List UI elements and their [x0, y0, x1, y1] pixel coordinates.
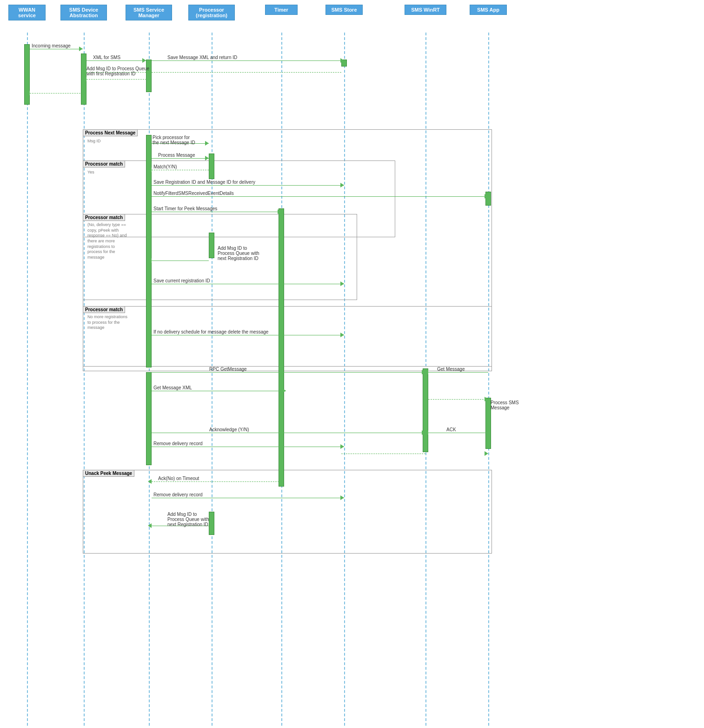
arrowhead-if-no-delivery — [340, 333, 344, 337]
label-acknowledge: Acknowledge (Y/N) — [209, 427, 249, 432]
label-match: Match(Y/N) — [153, 164, 177, 169]
arrow-if-no-delivery — [152, 335, 344, 335]
activation-wwan-1 — [24, 44, 30, 105]
actor-timer: Timer — [265, 5, 298, 15]
arrowhead-ack — [425, 430, 428, 435]
label-start-timer: Start Timer for Peek Messages — [153, 206, 217, 211]
arrowhead-winrt-return — [485, 451, 488, 456]
arrow-add-next-reg — [152, 260, 209, 261]
arrow-acknowledge — [152, 433, 425, 433]
actor-sms-service: SMS Service Manager — [126, 5, 172, 20]
lifeline-wwan — [27, 33, 28, 726]
frame-sublabel-no: (No, delivery type == copy, pPeek with r… — [87, 222, 127, 260]
arrow-get-msg-xml — [152, 391, 286, 391]
frame-sublabel-process-next: Msg ID — [87, 139, 101, 143]
activation-sms-service-3 — [146, 372, 152, 465]
arrowhead-get-msg-xml — [282, 388, 286, 393]
arrow-start-timer — [152, 212, 281, 212]
activation-timer-1 — [279, 208, 284, 487]
frame-label-unack: Unack Peek Message — [83, 470, 134, 477]
frame-label-process-next: Process Next Message — [83, 129, 138, 136]
actor-sms-device: SMS Device Abstraction — [60, 5, 107, 20]
arrow-save-reg-id — [152, 185, 344, 186]
arrow-process-msg — [152, 158, 209, 159]
activation-processor-2 — [209, 233, 214, 258]
arrowhead-start-timer — [278, 209, 281, 214]
frame-unack-peek — [83, 470, 492, 554]
arrow-save-msg-xml — [152, 60, 344, 61]
arrow-remove-delivery-2 — [152, 498, 344, 498]
arrow-save-current-reg — [152, 284, 344, 284]
label-xml-sms: XML for SMS — [93, 55, 120, 60]
label-add-msgid: Add Msg ID to Process Queue with first R… — [86, 66, 149, 76]
arrowhead-remove-delivery-2 — [340, 495, 344, 500]
label-ack-timeout: Ack(No) on Timeout — [158, 476, 199, 481]
label-add-next-reg: Add Msg ID to Process Queue with next Re… — [218, 246, 259, 261]
activation-processor-1 — [209, 154, 214, 179]
arrowhead-get-message — [425, 370, 428, 374]
actor-processor: Processor (registration) — [188, 5, 235, 20]
frame-sublabel-nomore: No more registrations to process for the… — [87, 314, 127, 331]
label-process-msg: Process Message — [158, 153, 195, 158]
activation-processor-3 — [209, 512, 214, 535]
arrowhead-return-id — [83, 70, 86, 74]
arrow-incoming-msg — [30, 49, 83, 49]
arrowhead-save-current-reg — [340, 281, 344, 286]
arrowhead-timer-return — [485, 397, 488, 401]
arrow-winrt-return — [341, 454, 425, 454]
arrowhead-remove-delivery — [340, 444, 344, 449]
arrow-ack-timeout — [152, 481, 281, 482]
arrowhead-return-wwan — [26, 91, 30, 95]
arrowhead-xml-sms — [142, 58, 146, 63]
arrow-ack — [428, 433, 488, 433]
actor-sms-store: SMS Store — [325, 5, 363, 15]
arrowhead-save-reg-id — [340, 183, 344, 187]
label-save-msg-xml: Save Message XML and return ID — [167, 55, 237, 60]
label-get-msg-xml: Get Message XML — [153, 385, 192, 390]
activation-sms-winrt-1 — [423, 368, 428, 452]
label-save-current-reg: Save current registration ID — [153, 278, 210, 283]
actor-sms-winrt: SMS WinRT — [405, 5, 446, 15]
frame-label-yes: Processor match — [83, 160, 125, 167]
arrowhead-add-next-reg-2 — [148, 523, 152, 528]
arrow-rpc-getmsg — [152, 372, 425, 373]
arrowhead-add-next-reg — [148, 258, 152, 263]
frame-label-nomore: Processor match — [83, 306, 125, 313]
arrow-get-message — [428, 372, 488, 373]
arrowhead-ack-timeout — [148, 479, 152, 484]
label-remove-delivery: Remove delivery record — [153, 441, 203, 446]
label-process-sms-msg: Process SMS Message — [491, 400, 519, 410]
arrow-timer-return — [428, 399, 488, 400]
frame-label-no: Processor match — [83, 214, 125, 221]
arrow-notify — [152, 196, 488, 197]
label-pick-processor: Pick processor for the next Message ID — [153, 135, 195, 145]
label-notify: NotifyFilterdSMSReceivedEventDetails — [153, 191, 234, 196]
label-save-reg-id: Save Registration ID and Message ID for … — [153, 180, 255, 185]
arrow-remove-delivery — [152, 447, 344, 447]
label-add-next-reg-2: Add Msg ID to Process Queue with next Re… — [167, 512, 209, 527]
arrowhead-save-msg-xml — [340, 58, 344, 63]
label-if-no-delivery: If no delivery schedule for message dele… — [153, 329, 268, 334]
arrowhead-notify — [485, 194, 488, 199]
arrow-match — [152, 170, 209, 170]
actor-sms-app: SMS App — [470, 5, 507, 15]
arrow-xml-sms — [86, 60, 146, 61]
arrow-add-msgid — [86, 79, 149, 80]
arrowhead-match — [148, 167, 152, 172]
arrow-return-wwan — [30, 93, 83, 94]
arrowhead-process-msg — [205, 156, 209, 160]
label-ack: ACK — [446, 427, 456, 432]
arrowhead-incoming-msg — [79, 47, 83, 51]
frame-processor-match-nomore — [83, 306, 492, 367]
diagram-container: WWAN service SMS Device Abstraction SMS … — [0, 0, 704, 728]
arrowhead-add-msgid — [83, 77, 86, 81]
label-incoming-msg: Incoming message — [32, 43, 71, 48]
actor-wwan: WWAN service — [8, 5, 46, 20]
label-remove-delivery-2: Remove delivery record — [153, 492, 203, 497]
label-rpc-getmsg: RPC GetMessage — [209, 367, 247, 372]
frame-sublabel-yes: Yes — [87, 170, 94, 174]
arrowhead-pick-processor — [205, 141, 209, 146]
label-get-message: Get Message — [437, 367, 465, 372]
